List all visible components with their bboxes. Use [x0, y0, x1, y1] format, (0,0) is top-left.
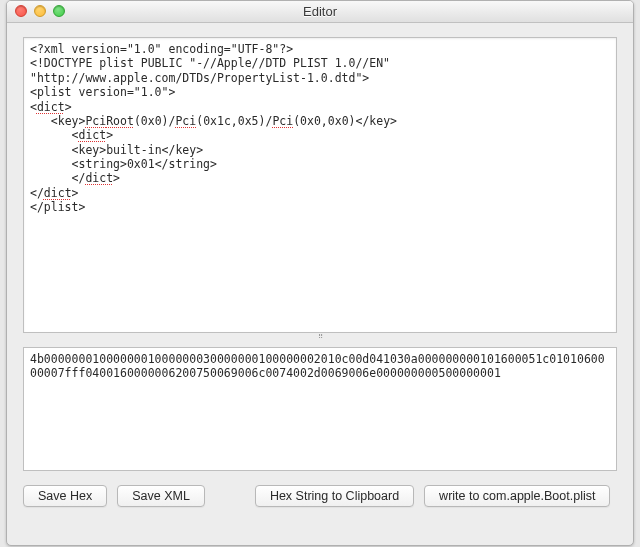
close-icon[interactable] — [15, 5, 27, 17]
splitter-handle[interactable]: ⠿ — [23, 333, 617, 341]
content-area: <?xml version="1.0" encoding="UTF-8"?> <… — [7, 23, 633, 545]
titlebar: Editor — [7, 1, 633, 23]
write-boot-plist-button[interactable]: write to com.apple.Boot.plist — [424, 485, 610, 507]
hex-editor-wrap — [23, 347, 617, 471]
spacer — [215, 485, 245, 507]
editor-window: Editor <?xml version="1.0" encoding="UTF… — [6, 0, 634, 546]
zoom-icon[interactable] — [53, 5, 65, 17]
window-title: Editor — [303, 4, 337, 19]
save-xml-button[interactable]: Save XML — [117, 485, 205, 507]
minimize-icon[interactable] — [34, 5, 46, 17]
button-bar: Save Hex Save XML Hex String to Clipboar… — [23, 471, 617, 511]
xml-editor-wrap: <?xml version="1.0" encoding="UTF-8"?> <… — [23, 37, 617, 333]
hex-to-clipboard-button[interactable]: Hex String to Clipboard — [255, 485, 414, 507]
hex-editor[interactable] — [24, 348, 616, 470]
xml-editor[interactable]: <?xml version="1.0" encoding="UTF-8"?> <… — [24, 38, 616, 332]
save-hex-button[interactable]: Save Hex — [23, 485, 107, 507]
traffic-lights — [15, 5, 65, 17]
